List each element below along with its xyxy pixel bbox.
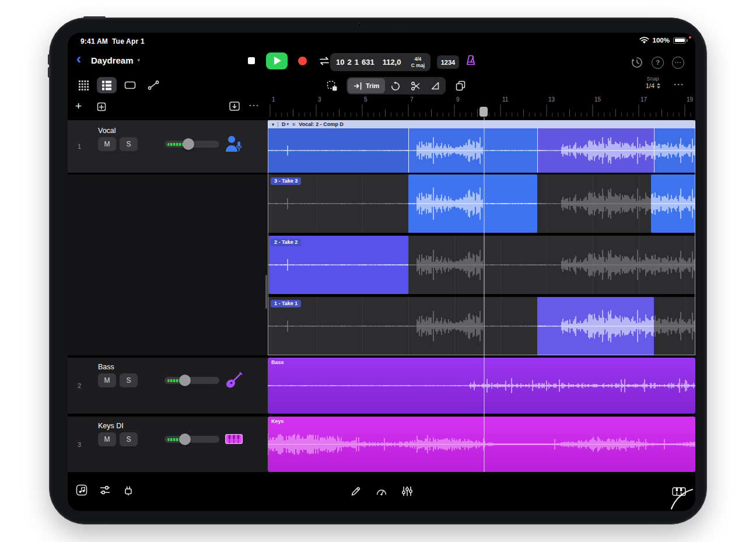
volume-slider[interactable] [164, 433, 219, 445]
paste-icon [456, 81, 466, 91]
loop-tool-button[interactable] [386, 78, 405, 93]
snap-control[interactable]: Snap 1/4 [646, 76, 660, 89]
volume-slider[interactable] [164, 375, 219, 386]
playhead-handle[interactable] [480, 107, 488, 117]
solo-button[interactable]: S [120, 373, 138, 387]
pencil-tool-button[interactable] [348, 483, 364, 499]
mute-button[interactable]: M [98, 137, 116, 151]
take-lane-1[interactable]: 1 - Take 1 [268, 297, 695, 355]
collapse-takes-icon[interactable]: ▾ [272, 122, 274, 127]
back-button[interactable]: ‹ [76, 52, 81, 66]
keys-region[interactable]: Keys [268, 417, 695, 472]
comp-section-divider[interactable] [408, 128, 409, 173]
comp-section[interactable] [268, 128, 408, 173]
comp-section[interactable] [654, 128, 695, 173]
track-icon-button[interactable] [225, 434, 243, 444]
track-icon-button[interactable] [225, 134, 242, 154]
tracks-view-button[interactable] [97, 77, 117, 93]
keys-icon [225, 434, 243, 444]
take-region[interactable] [651, 174, 695, 233]
regions-view-button[interactable] [120, 77, 140, 93]
loop-icon [390, 81, 401, 91]
take-lane-3[interactable]: 3 - Take 3 [268, 174, 695, 233]
tuner-button[interactable] [373, 483, 390, 499]
metronome-icon [466, 54, 476, 66]
tool-segmented-control: Trim [346, 77, 446, 95]
comp-take-letter[interactable]: D [282, 121, 286, 127]
marquee-tool-button[interactable] [323, 78, 341, 94]
mute-button[interactable]: M [98, 432, 116, 446]
levels-button[interactable] [399, 483, 415, 499]
record-button[interactable] [295, 52, 309, 69]
comp-section[interactable] [408, 128, 537, 173]
take-label-badge[interactable]: 3 - Take 3 [271, 177, 301, 185]
comp-section-divider[interactable] [537, 128, 538, 173]
take-region[interactable] [408, 174, 537, 233]
comp-section[interactable] [537, 128, 654, 173]
collapse-headers-icon [229, 102, 240, 111]
corner-swipe-indicator [668, 488, 694, 510]
fade-tool-button[interactable] [426, 78, 444, 93]
automation-view-button[interactable] [144, 77, 163, 93]
privacy-indicator-dot [689, 36, 691, 39]
slider-knob[interactable] [179, 375, 191, 386]
slider-knob[interactable] [183, 138, 194, 150]
keys-waveform [268, 417, 695, 472]
track-icon-button[interactable] [225, 372, 243, 389]
trim-label: Trim [366, 82, 379, 89]
solo-button[interactable]: S [120, 137, 138, 151]
mixer-button[interactable] [97, 482, 113, 498]
solo-button[interactable]: S [120, 432, 138, 446]
history-button[interactable] [631, 54, 643, 71]
mixer-icon [99, 484, 111, 496]
automation-icon [148, 80, 159, 90]
add-track-button[interactable]: + [75, 100, 82, 113]
track-resize-handle[interactable] [265, 275, 267, 309]
slider-knob[interactable] [179, 433, 191, 445]
more-button[interactable]: ··· [672, 57, 684, 69]
record-icon [298, 57, 307, 65]
trim-tool-button[interactable]: Trim [348, 78, 385, 93]
track-header-more-button[interactable]: ··· [249, 100, 260, 110]
volume-slider[interactable] [164, 138, 219, 150]
help-button[interactable]: ? [652, 57, 664, 69]
app-screen: 9:41 AMTue Apr 1 100% ‹ Daydream ▾ [68, 33, 695, 511]
comp-letter-chevron-icon: ▾ [287, 122, 289, 127]
comp-section-divider[interactable] [654, 128, 654, 173]
paste-button[interactable] [452, 78, 469, 94]
collapse-headers-button[interactable] [229, 102, 240, 113]
lcd-signature: 4/4 C maj [411, 56, 425, 68]
play-button[interactable] [266, 53, 288, 69]
lcd-display[interactable]: 10 2 1 631 112,0 4/4 C maj [330, 53, 430, 71]
mute-button[interactable]: M [98, 373, 116, 387]
project-menu[interactable]: Daydream ▾ [91, 50, 140, 70]
take-label-badge[interactable]: 2 - Take 2 [271, 239, 301, 246]
camera-sensor [400, 24, 402, 27]
library-grid-button[interactable] [74, 77, 93, 93]
comp-region-waveform-area[interactable] [268, 128, 695, 173]
comp-region-header[interactable]: ▾ D ▾ ≡ Vocal: 2 - Comp D [268, 120, 695, 128]
split-tool-button[interactable] [406, 78, 425, 93]
duplicate-track-button[interactable] [95, 100, 106, 114]
toolbar-more-button[interactable]: ··· [674, 79, 684, 89]
region-label: Keys [271, 418, 284, 424]
track-number: 1 [78, 143, 81, 150]
snap-value: 1/4 [646, 82, 654, 89]
comp-region[interactable]: ▾ D ▾ ≡ Vocal: 2 - Comp D [268, 120, 695, 173]
take-lane-2[interactable]: 2 - Take 2 [268, 236, 695, 294]
metronome-button[interactable] [465, 54, 477, 67]
track-header-bass[interactable]: 2 Bass M S [68, 358, 268, 414]
plugins-button[interactable] [120, 482, 136, 498]
track-header-keys[interactable]: 3 Keys DI M S [68, 417, 268, 472]
bass-region[interactable]: Bass [268, 358, 695, 414]
status-indicators: 100% [639, 37, 686, 44]
browser-button[interactable] [74, 482, 90, 498]
stop-button[interactable] [244, 52, 258, 69]
status-bar: 9:41 AMTue Apr 1 [80, 37, 145, 46]
trim-icon [354, 82, 362, 90]
track-header-vocal[interactable]: 1 Vocal M S [68, 120, 268, 173]
status-time: 9:41 AM [80, 37, 108, 46]
take-label-badge[interactable]: 1 - Take 1 [271, 300, 301, 307]
take-region[interactable] [537, 297, 654, 355]
count-in-button[interactable]: 1234 [437, 55, 459, 69]
